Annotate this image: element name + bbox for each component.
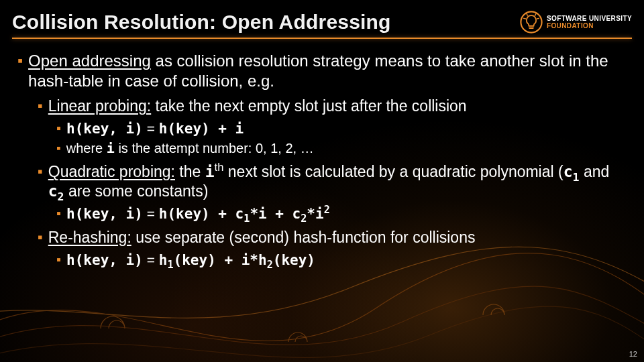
bullet-quadratic-probing: ▪ Quadratic probing: the ith next slot i… [38, 162, 627, 201]
bullet-marker-icon: ▪ [38, 97, 43, 116]
brand-text: SOFTWARE UNIVERSITY FOUNDATION [547, 15, 632, 29]
bullet-intro: ▪ Open addressing as collision resolutio… [17, 51, 627, 91]
slide-content: ▪ Open addressing as collision resolutio… [17, 50, 627, 355]
title-underline [12, 38, 632, 39]
slide-title: Collision Resolution: Open Addressing [12, 11, 391, 34]
bullet-marker-icon: ▪ [56, 140, 61, 157]
bullet-linear-formula: ▪ h(key, i) = h(key) + i [56, 120, 627, 137]
bullet-marker-icon: ▪ [56, 205, 61, 223]
bullet-rehashing: ▪ Re-hashing: use separate (second) hash… [38, 228, 627, 247]
bullet-linear-where: ▪ where i is the attempt number: 0, 1, 2… [56, 140, 627, 157]
page-number: 12 [629, 350, 637, 358]
lightbulb-icon [520, 11, 543, 34]
bullet-marker-icon: ▪ [38, 162, 43, 201]
bullet-marker-icon: ▪ [17, 51, 23, 91]
bullet-marker-icon: ▪ [56, 120, 61, 137]
svg-point-0 [521, 11, 541, 32]
brand-logo: SOFTWARE UNIVERSITY FOUNDATION [520, 11, 632, 34]
bullet-linear-probing: ▪ Linear probing: take the next empty sl… [38, 97, 627, 116]
bullet-marker-icon: ▪ [38, 228, 43, 247]
bullet-marker-icon: ▪ [56, 251, 61, 269]
slide: Collision Resolution: Open Addressing SO… [0, 0, 644, 362]
bullet-quadratic-formula: ▪ h(key, i) = h(key) + c1*i + c2*i2 [56, 205, 627, 223]
title-bar: Collision Resolution: Open Addressing SO… [12, 5, 632, 39]
bullet-rehashing-formula: ▪ h(key, i) = h1(key) + i*h2(key) [56, 251, 627, 269]
